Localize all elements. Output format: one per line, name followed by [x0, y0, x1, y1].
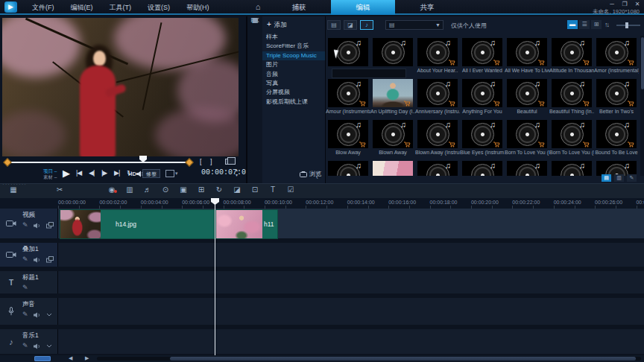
music-thumbnail[interactable] — [328, 120, 368, 148]
track-expand-icon[interactable] — [46, 313, 52, 317]
gallery-scrollbar[interactable] — [640, 36, 644, 176]
track-edit-icon[interactable]: ✎ — [22, 311, 28, 318]
track-ripple-icon[interactable] — [46, 256, 54, 263]
filter-video-icon[interactable]: ▤ — [327, 20, 341, 30]
view-thumbnail-icon[interactable]: ▬ — [567, 20, 578, 29]
gallery-item[interactable]: Anniversary (Instru.. — [415, 78, 460, 119]
gallery-item[interactable] — [549, 160, 594, 176]
gallery-item[interactable]: Amour (Instrumental) — [326, 78, 370, 119]
gallery-item[interactable] — [505, 160, 549, 176]
mode-clip-label[interactable]: 素材 – — [43, 174, 57, 180]
gallery-item[interactable]: Beautiful — [505, 78, 549, 119]
category-item[interactable]: 写真 — [262, 79, 325, 88]
track-header[interactable]: T ♪ 标题1 ✎ — [0, 271, 58, 293]
category-item[interactable]: 样本 — [262, 33, 325, 42]
music-thumbnail[interactable] — [552, 38, 592, 66]
workspace-tab[interactable]: 捕获 — [267, 0, 331, 15]
sort-icon[interactable]: ↑↓ — [604, 21, 608, 28]
workspace-tab[interactable]: 编辑 — [331, 0, 395, 15]
preview-video[interactable] — [2, 18, 239, 156]
music-thumbnail[interactable] — [417, 120, 458, 148]
category-item[interactable]: 影视后期线上课 — [262, 98, 325, 107]
track-mute-icon[interactable] — [34, 312, 41, 318]
gallery-item[interactable]: Bound To Be Love — [594, 119, 639, 160]
go-end-button[interactable]: ▶| — [114, 169, 119, 177]
music-thumbnail[interactable] — [328, 79, 368, 107]
music-thumbnail[interactable] — [373, 120, 413, 148]
gallery-item[interactable]: Blown Away — [370, 119, 415, 160]
storyboard-view-icon[interactable]: ▦ — [7, 185, 19, 194]
music-thumbnail[interactable] — [596, 120, 637, 148]
music-thumbnail[interactable] — [373, 79, 413, 107]
menu-item[interactable]: 文件(F) — [24, 0, 63, 15]
music-thumbnail[interactable] — [507, 120, 547, 148]
gallery-item[interactable]: Anything For You — [460, 78, 505, 119]
gallery-item[interactable]: Blue Eyes (Instrum.. — [460, 119, 505, 160]
subtitle-editor-icon[interactable]: T — [267, 185, 279, 194]
mark-in-icon[interactable]: [ — [200, 158, 202, 165]
slider-thumb[interactable] — [625, 22, 628, 28]
scrollbar-thumb[interactable] — [170, 357, 636, 361]
close-icon[interactable]: ✕ — [634, 1, 641, 7]
category-item[interactable]: Triple Scoop Music — [262, 51, 325, 60]
playback-mode-toggle[interactable]: 项目 – 素材 – — [43, 168, 57, 180]
gallery-item[interactable]: Altitude In Thousan.. — [549, 37, 594, 78]
track-content[interactable] — [58, 243, 644, 267]
music-thumbnail[interactable] — [462, 120, 502, 148]
gallery-item[interactable]: Blown Away (Instrum.. — [415, 119, 460, 160]
preview-scrubber[interactable]: [ ] — [4, 158, 242, 167]
music-thumbnail[interactable] — [552, 120, 592, 148]
prev-frame-button[interactable]: ◀| — [89, 169, 94, 177]
track-mute-icon[interactable] — [34, 257, 41, 263]
gallery-item[interactable]: All I Ever Wanted — [460, 37, 505, 78]
track-header[interactable]: T ♪ 音乐1 ✎ — [0, 329, 58, 354]
mark-out-icon[interactable]: ] — [210, 158, 212, 165]
time-remapping-icon[interactable]: ↻ — [213, 185, 225, 194]
track-edit-icon[interactable]: ✎ — [22, 222, 28, 229]
music-thumbnail[interactable] — [507, 38, 547, 66]
gallery-item[interactable]: An Uplifting Day (I.. — [370, 78, 415, 119]
track-edit-icon[interactable]: ✎ — [22, 285, 28, 291]
track-header[interactable]: T ♪ 视频 ✎ — [0, 209, 58, 238]
play-button[interactable]: ▶ — [63, 168, 69, 179]
gallery-item[interactable] — [370, 160, 415, 176]
track-mute-icon[interactable] — [34, 223, 41, 229]
playhead-line[interactable] — [215, 198, 215, 355]
scrubber-track[interactable] — [6, 162, 189, 163]
gallery-filter-dropdown[interactable]: ▤▼ — [385, 20, 443, 30]
category-item[interactable]: ScoreFitter 音乐 — [262, 42, 325, 51]
mask-creator-icon[interactable]: ◪ — [231, 185, 243, 194]
snapshot-icon[interactable] — [225, 159, 232, 165]
music-thumbnail[interactable] — [462, 161, 502, 176]
music-thumbnail[interactable] — [596, 38, 637, 66]
menu-item[interactable]: 帮助(H) — [178, 0, 218, 15]
gallery-item[interactable]: All We Have To Live.. — [505, 37, 549, 78]
track-header[interactable]: T ♪ 叠加1 ✎ — [0, 243, 58, 267]
track-edit-icon[interactable]: ✎ — [22, 343, 28, 349]
trim-handle-left[interactable] — [3, 158, 11, 166]
display-options-icon[interactable] — [165, 170, 174, 177]
timeline-clip[interactable]: h14.jpg — [60, 209, 215, 239]
track-expand-icon[interactable] — [46, 344, 52, 348]
gallery-item[interactable]: Blow Away — [326, 119, 370, 160]
trim-handle-right[interactable] — [185, 158, 193, 166]
track-list-icon[interactable] — [34, 356, 51, 361]
track-content[interactable] — [58, 298, 644, 325]
motion-path-icon[interactable]: ∿ — [247, 16, 262, 24]
mode-project-label[interactable]: 项目 – — [43, 168, 57, 174]
gallery-item[interactable]: Born To Love You (I.. — [505, 119, 549, 160]
gallery-item[interactable] — [460, 160, 505, 176]
gallery-item[interactable]: Born To Love You (I.. — [549, 119, 594, 160]
filter-audio-icon[interactable]: ♪ — [360, 20, 373, 30]
collapse-panel-icon[interactable]: ‹ — [316, 174, 318, 181]
category-item[interactable]: 图片 — [262, 60, 325, 69]
minimize-icon[interactable]: ─ — [608, 1, 616, 7]
record-capture-icon[interactable]: ◉ — [106, 185, 118, 194]
music-thumbnail[interactable] — [507, 161, 547, 176]
timeline-ruler[interactable]: 00:00:00:0000:00:02:0000:00:04:0000:00:0… — [0, 198, 644, 209]
track-content[interactable] — [58, 271, 644, 293]
music-thumbnail[interactable] — [328, 161, 368, 176]
menu-item[interactable]: 编辑(E) — [63, 0, 101, 15]
filter-photo-icon[interactable]: ◪ — [344, 20, 357, 30]
restore-icon[interactable]: ❐ — [621, 1, 628, 7]
